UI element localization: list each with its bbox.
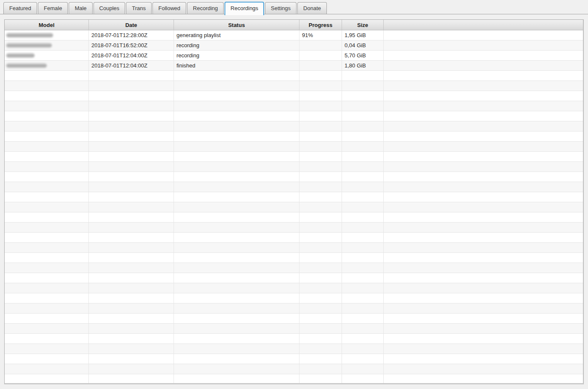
column-header-size[interactable]: Size — [342, 20, 384, 30]
cell-model — [5, 334, 89, 343]
cell-date — [89, 273, 174, 283]
tab-trans[interactable]: Trans — [126, 2, 152, 14]
table-row[interactable]: 2018-07-01T12:28:00Z generating playlist… — [5, 30, 583, 40]
table-row[interactable] — [5, 202, 583, 212]
cell-date — [89, 263, 174, 273]
redacted-model-name — [6, 43, 52, 48]
cell-extra — [384, 81, 583, 91]
tab-featured[interactable]: Featured — [3, 2, 37, 14]
cell-size — [342, 202, 384, 212]
column-header-date[interactable]: Date — [89, 20, 174, 30]
table-row[interactable] — [5, 283, 583, 293]
cell-date — [89, 354, 174, 364]
cell-status — [174, 101, 299, 111]
cell-extra — [384, 182, 583, 192]
table-row[interactable] — [5, 223, 583, 233]
cell-date: 2018-07-01T16:52:00Z — [89, 40, 174, 50]
table-row[interactable] — [5, 212, 583, 223]
cell-extra — [384, 273, 583, 283]
cell-extra — [384, 121, 583, 131]
cell-extra — [384, 142, 583, 151]
cell-date — [89, 283, 174, 293]
table-row[interactable] — [5, 344, 583, 354]
cell-extra — [384, 344, 583, 354]
cell-model — [5, 303, 89, 313]
tab-male[interactable]: Male — [69, 2, 92, 14]
cell-extra — [384, 253, 583, 263]
table-row[interactable] — [5, 324, 583, 334]
table-row[interactable] — [5, 374, 583, 384]
table-row[interactable] — [5, 111, 583, 121]
table-row[interactable] — [5, 263, 583, 273]
cell-model — [5, 293, 89, 303]
cell-size — [342, 101, 384, 111]
cell-date — [89, 293, 174, 303]
tab-recording[interactable]: Recording — [187, 2, 224, 14]
cell-status — [174, 192, 299, 202]
tab-recordings[interactable]: Recordings — [225, 2, 264, 15]
table-row[interactable] — [5, 121, 583, 131]
table-row[interactable]: 2018-07-01T16:52:00Z recording 0,04 GiB — [5, 40, 583, 51]
cell-model — [5, 142, 89, 151]
table-row[interactable] — [5, 142, 583, 152]
cell-status — [174, 111, 299, 121]
table-row[interactable] — [5, 243, 583, 253]
cell-date — [89, 111, 174, 121]
column-header-extra — [384, 20, 583, 30]
table-row[interactable] — [5, 162, 583, 172]
table-row[interactable] — [5, 182, 583, 192]
column-header-model[interactable]: Model — [5, 20, 89, 30]
cell-extra — [384, 202, 583, 212]
table-row[interactable] — [5, 293, 583, 303]
cell-date — [89, 243, 174, 252]
cell-status — [174, 182, 299, 192]
table-row[interactable] — [5, 233, 583, 243]
table-row[interactable] — [5, 101, 583, 111]
table-row[interactable] — [5, 81, 583, 91]
cell-status — [174, 172, 299, 182]
tab-settings[interactable]: Settings — [265, 2, 297, 14]
table-row[interactable]: 2018-07-01T12:04:00Z recording 5,70 GiB — [5, 51, 583, 61]
cell-model — [5, 30, 89, 40]
cell-size — [342, 364, 384, 374]
cell-date: 2018-07-01T12:04:00Z — [89, 51, 174, 60]
cell-status — [174, 142, 299, 151]
column-header-progress[interactable]: Progress — [299, 20, 342, 30]
table-row[interactable] — [5, 91, 583, 101]
cell-extra — [384, 91, 583, 101]
cell-status — [174, 334, 299, 343]
table-row[interactable] — [5, 273, 583, 283]
cell-progress — [299, 212, 342, 222]
table-row[interactable] — [5, 192, 583, 202]
column-header-status[interactable]: Status — [174, 20, 299, 30]
table-row[interactable]: 2018-07-01T12:04:00Z finished 1,80 GiB — [5, 61, 583, 71]
cell-status — [174, 91, 299, 101]
cell-date — [89, 223, 174, 232]
table-row[interactable] — [5, 314, 583, 324]
table-row[interactable] — [5, 253, 583, 263]
cell-size — [342, 374, 384, 384]
table-row[interactable] — [5, 71, 583, 81]
table-row[interactable] — [5, 303, 583, 314]
tab-female[interactable]: Female — [38, 2, 68, 14]
cell-size — [342, 91, 384, 101]
cell-progress — [299, 253, 342, 263]
tab-followed[interactable]: Followed — [152, 2, 186, 14]
table-row[interactable] — [5, 152, 583, 162]
cell-progress — [299, 273, 342, 283]
cell-size — [342, 354, 384, 364]
table-row[interactable] — [5, 364, 583, 374]
cell-progress — [299, 101, 342, 111]
cell-size — [342, 131, 384, 141]
cell-model — [5, 354, 89, 364]
tab-donate[interactable]: Donate — [297, 2, 327, 14]
cell-size — [342, 182, 384, 192]
tab-couples[interactable]: Couples — [94, 2, 126, 14]
table-row[interactable] — [5, 334, 583, 344]
cell-model — [5, 91, 89, 101]
table-row[interactable] — [5, 172, 583, 182]
table-row[interactable] — [5, 131, 583, 142]
cell-size — [342, 253, 384, 263]
table-row[interactable] — [5, 354, 583, 364]
cell-progress — [299, 202, 342, 212]
